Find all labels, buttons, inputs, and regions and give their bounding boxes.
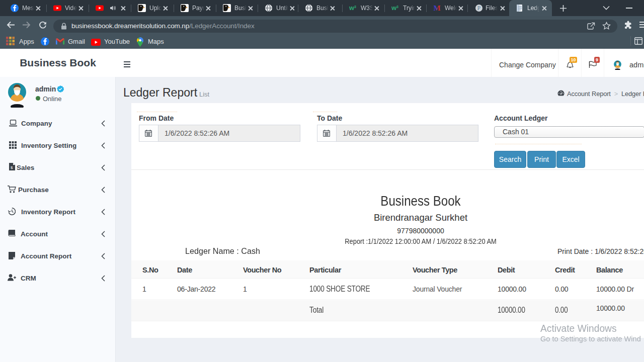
svg-text:M: M bbox=[434, 4, 441, 12]
svg-text:3: 3 bbox=[354, 5, 356, 9]
svg-text:$: $ bbox=[11, 165, 13, 170]
svg-text:P: P bbox=[477, 5, 481, 12]
svg-text:3: 3 bbox=[396, 5, 398, 9]
